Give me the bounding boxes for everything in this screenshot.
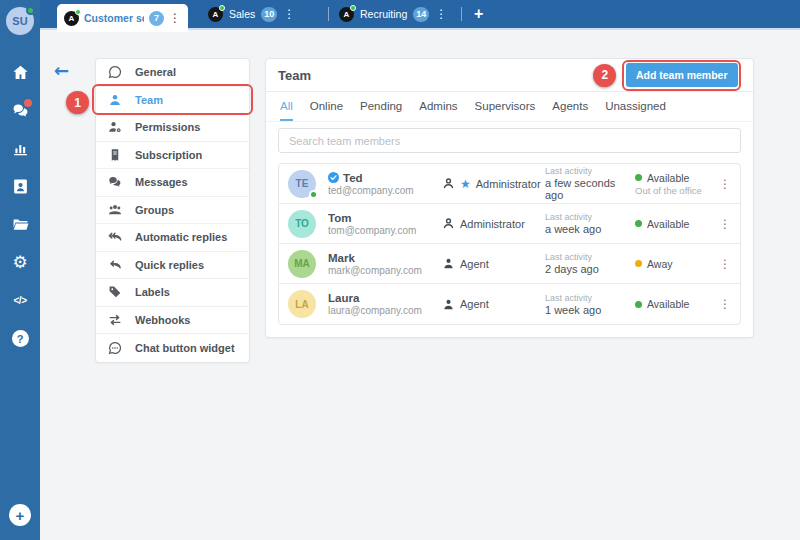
agent-person-icon bbox=[442, 257, 455, 270]
chat-widget-icon bbox=[108, 341, 122, 355]
workspace-logo-icon: A bbox=[339, 7, 354, 22]
team-panel-header: Team 2 Add team member bbox=[266, 59, 753, 92]
member-identity: Laura laura@company.com bbox=[328, 292, 442, 316]
reports-icon[interactable] bbox=[12, 140, 29, 157]
last-activity: Last activity a week ago bbox=[545, 212, 635, 235]
status-note: Out of the office bbox=[635, 185, 719, 196]
menu-item-label: Quick replies bbox=[135, 259, 204, 271]
person-gear-icon bbox=[108, 120, 122, 134]
member-name: Laura bbox=[328, 292, 359, 304]
tab-menu-kebab-icon[interactable]: ⋮ bbox=[283, 8, 295, 20]
table-row: TO Tom tom@company.com Administrator Las… bbox=[279, 204, 740, 244]
agent-person-icon bbox=[442, 298, 455, 311]
table-row: MA Mark mark@company.com Agent Last acti… bbox=[279, 244, 740, 284]
tab-online[interactable]: Online bbox=[310, 92, 343, 121]
unread-count-badge[interactable]: 14 bbox=[413, 7, 429, 22]
tab-supervisors[interactable]: Supervisors bbox=[475, 92, 536, 121]
tab-agents[interactable]: Agents bbox=[552, 92, 588, 121]
verified-check-icon bbox=[328, 172, 339, 183]
menu-item-label: Permissions bbox=[135, 121, 200, 133]
row-menu-kebab-icon[interactable]: ⋮ bbox=[719, 297, 731, 311]
last-activity: Last activity 1 week ago bbox=[545, 293, 635, 316]
settings-menu-item-groups[interactable]: Groups bbox=[96, 197, 249, 225]
tab-pending[interactable]: Pending bbox=[360, 92, 402, 121]
row-menu-kebab-icon[interactable]: ⋮ bbox=[719, 257, 731, 271]
member-status: Available Out of the office bbox=[635, 172, 719, 196]
team-member-list: TE Ted ted@company.com ★ Administrator bbox=[278, 163, 741, 325]
owner-star-icon: ★ bbox=[460, 178, 471, 190]
member-status: Away bbox=[635, 258, 719, 270]
tab-unassigned[interactable]: Unassigned bbox=[605, 92, 666, 121]
receipt-icon bbox=[108, 148, 122, 162]
files-icon[interactable] bbox=[12, 216, 29, 233]
sidebar-add-button[interactable]: + bbox=[9, 504, 31, 526]
settings-content: ← 1 General Team Permissions Subscriptio… bbox=[40, 32, 800, 540]
unread-count-badge[interactable]: 7 bbox=[149, 11, 164, 26]
workspace-tab-label: Recruiting bbox=[360, 8, 407, 20]
status-dot bbox=[635, 220, 642, 227]
annotation-step-1: 1 bbox=[66, 91, 89, 114]
tab-menu-kebab-icon[interactable]: ⋮ bbox=[169, 12, 181, 24]
menu-item-label: Webhooks bbox=[135, 314, 190, 326]
settings-gear-icon[interactable]: ⚙ bbox=[12, 254, 29, 271]
add-team-member-button[interactable]: Add team member bbox=[626, 63, 738, 87]
tab-menu-kebab-icon[interactable]: ⋮ bbox=[435, 8, 447, 20]
member-status: Available bbox=[635, 298, 719, 310]
tab-all[interactable]: All bbox=[280, 92, 293, 121]
settings-menu-item-webhooks[interactable]: Webhooks bbox=[96, 307, 249, 335]
settings-menu-item-chat-button-widget[interactable]: Chat button widget bbox=[96, 334, 249, 362]
tab-recruiting[interactable]: A Recruiting 14 ⋮ bbox=[329, 7, 461, 22]
settings-menu-item-permissions[interactable]: Permissions bbox=[96, 114, 249, 142]
row-menu-kebab-icon[interactable]: ⋮ bbox=[719, 217, 731, 231]
chats-icon[interactable] bbox=[12, 102, 29, 119]
person-icon bbox=[108, 93, 122, 107]
page-title: Team bbox=[278, 68, 593, 83]
workspace-online-dot bbox=[350, 5, 356, 11]
team-panel: Team 2 Add team member All Online Pendin… bbox=[265, 58, 754, 338]
status-dot bbox=[635, 174, 642, 181]
menu-item-label: Subscription bbox=[135, 149, 202, 161]
home-icon[interactable] bbox=[12, 64, 29, 81]
tab-customer-service[interactable]: A Customer service 7 ⋮ bbox=[57, 4, 188, 32]
code-widget-icon[interactable]: </> bbox=[12, 292, 29, 309]
member-role: Agent bbox=[442, 257, 545, 270]
settings-menu-item-messages[interactable]: Messages bbox=[96, 169, 249, 197]
menu-item-label: Labels bbox=[135, 286, 170, 298]
member-email: mark@company.com bbox=[328, 265, 442, 276]
settings-menu-item-labels[interactable]: Labels bbox=[96, 279, 249, 307]
reply-all-icon bbox=[108, 230, 122, 244]
menu-item-label: General bbox=[135, 66, 176, 78]
help-icon[interactable]: ? bbox=[12, 330, 29, 347]
member-role: Administrator bbox=[442, 217, 545, 230]
back-arrow-icon[interactable]: ← bbox=[54, 60, 69, 81]
menu-item-label: Automatic replies bbox=[135, 231, 227, 243]
team-filter-tabs: All Online Pending Admins Supervisors Ag… bbox=[266, 92, 753, 122]
member-name: Tom bbox=[328, 212, 351, 224]
contacts-icon[interactable] bbox=[12, 178, 29, 195]
user-avatar[interactable]: SU bbox=[6, 7, 34, 35]
settings-menu-item-quick-replies[interactable]: Quick replies bbox=[96, 252, 249, 280]
member-identity: Ted ted@company.com bbox=[328, 172, 442, 196]
last-activity: Last activity 2 days ago bbox=[545, 252, 635, 275]
member-role: Agent bbox=[442, 298, 545, 311]
search-input[interactable] bbox=[278, 128, 741, 153]
settings-menu-item-automatic-replies[interactable]: Automatic replies bbox=[96, 224, 249, 252]
workspace-tab-bar: A Customer service 7 ⋮ A Sales 10 ⋮ A Re… bbox=[40, 0, 800, 30]
settings-menu-item-team[interactable]: Team bbox=[96, 87, 249, 115]
admin-person-icon bbox=[442, 217, 455, 230]
user-initials: SU bbox=[12, 15, 27, 27]
chat-bubble-icon bbox=[108, 65, 122, 79]
settings-menu-item-general[interactable]: General bbox=[96, 59, 249, 87]
avatar: MA bbox=[288, 250, 316, 278]
member-identity: Tom tom@company.com bbox=[328, 212, 442, 236]
menu-item-label: Groups bbox=[135, 204, 174, 216]
settings-menu: General Team Permissions Subscription Me… bbox=[95, 58, 250, 363]
unread-count-badge[interactable]: 10 bbox=[261, 7, 277, 22]
row-menu-kebab-icon[interactable]: ⋮ bbox=[719, 177, 731, 191]
settings-menu-item-subscription[interactable]: Subscription bbox=[96, 142, 249, 170]
tab-sales[interactable]: A Sales 10 ⋮ bbox=[198, 7, 328, 22]
menu-item-label: Messages bbox=[135, 176, 188, 188]
member-role: ★ Administrator bbox=[442, 177, 545, 190]
new-workspace-button[interactable]: + bbox=[474, 5, 483, 23]
tab-admins[interactable]: Admins bbox=[419, 92, 457, 121]
